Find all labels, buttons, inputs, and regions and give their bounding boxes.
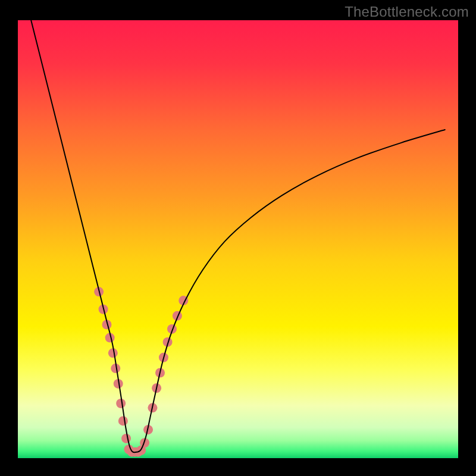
- watermark-text: TheBottleneck.com: [345, 4, 469, 20]
- highlight-dot: [121, 434, 131, 443]
- highlight-dot: [118, 416, 128, 425]
- highlight-dot: [108, 348, 118, 358]
- chart-root: TheBottleneck.com: [0, 0, 476, 476]
- highlight-dot: [116, 399, 126, 408]
- chart-canvas: [0, 0, 476, 476]
- chart-plot-area: [18, 20, 458, 458]
